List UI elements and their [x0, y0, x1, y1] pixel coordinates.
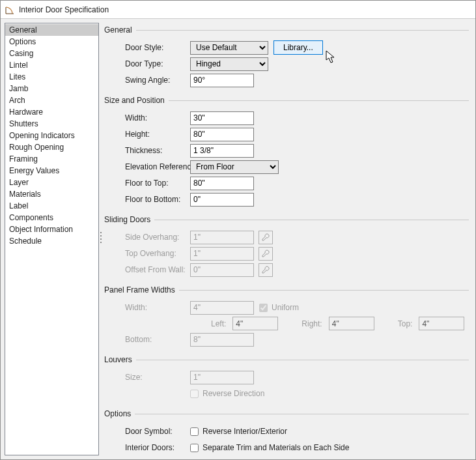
label-interior-doors: Interior Doors:: [104, 443, 190, 452]
splitter[interactable]: [99, 19, 103, 459]
row-door-type: Door Type: Hinged: [104, 57, 469, 71]
label-side-overhang: Side Overhang:: [104, 233, 190, 242]
reverse-ie-label: Reverse Interior/Exterior: [203, 427, 287, 436]
width-input[interactable]: [190, 111, 254, 125]
group-general: General Door Style: Use Default Library.…: [104, 25, 469, 89]
sidebar-item-shutters[interactable]: Shutters: [5, 118, 98, 130]
group-size-position: Size and Position Width: Height: Thickne…: [104, 96, 469, 208]
category-list[interactable]: GeneralOptionsCasingLintelLitesJambArchH…: [5, 23, 99, 455]
sidebar-item-layer[interactable]: Layer: [5, 177, 98, 188]
label-door-symbol: Door Symbol:: [104, 427, 190, 436]
door-type-select[interactable]: Hinged: [190, 57, 268, 71]
titlebar: Interior Door Specification: [1, 1, 475, 19]
separate-trim-label: Separate Trim and Materials on Each Side: [203, 443, 349, 452]
reverse-direction-checkbox: [190, 390, 199, 398]
label-floor-top: Floor to Top:: [104, 179, 190, 188]
label-swing-angle: Swing Angle:: [104, 76, 190, 85]
label-pf-width: Width:: [104, 303, 190, 312]
label-pf-right: Right:: [301, 319, 322, 328]
label-door-type: Door Type:: [104, 59, 190, 68]
row-swing-angle: Swing Angle:: [104, 73, 469, 87]
pf-width-input: [190, 301, 254, 315]
offset-from-wall-input: [190, 263, 254, 277]
label-floor-bottom: Floor to Bottom:: [104, 195, 190, 204]
top-overhang-input: [190, 247, 254, 261]
label-width: Width:: [104, 113, 190, 122]
group-sliding-doors: Sliding Doors Side Overhang: Top Overhan…: [104, 215, 469, 279]
swing-angle-input[interactable]: [190, 74, 254, 87]
sidebar-item-general[interactable]: General: [5, 24, 98, 36]
row-pf-lrt: Left: Right: Top:: [211, 317, 469, 330]
wrench-icon: [259, 247, 273, 261]
label-door-style: Door Style:: [104, 43, 190, 52]
sidebar-item-lintel[interactable]: Lintel: [5, 59, 98, 71]
door-arc-icon: [5, 5, 15, 15]
reverse-ie-checkbox[interactable]: [190, 427, 199, 436]
pf-bottom-input: [190, 333, 254, 347]
sidebar-item-jamb[interactable]: Jamb: [5, 83, 98, 94]
sidebar-item-framing[interactable]: Framing: [5, 153, 98, 165]
group-legend-general: General: [104, 25, 136, 35]
sidebar-item-object-information[interactable]: Object Information: [5, 223, 98, 235]
floor-to-bottom-input[interactable]: [190, 193, 254, 207]
label-louver-size: Size:: [104, 373, 190, 382]
sidebar-item-options[interactable]: Options: [5, 36, 98, 48]
label-elev-ref: Elevation Reference:: [104, 162, 190, 171]
separate-trim-wrap[interactable]: Separate Trim and Materials on Each Side: [190, 443, 349, 452]
louver-size-input: [190, 371, 254, 384]
library-button[interactable]: Library...: [273, 40, 323, 55]
sidebar-item-casing[interactable]: Casing: [5, 48, 98, 59]
label-height: Height:: [104, 130, 190, 139]
uniform-label: Uniform: [272, 303, 299, 312]
label-pf-top: Top:: [398, 319, 413, 328]
label-thickness: Thickness:: [104, 146, 190, 155]
group-louvers: Louvers Size: Reverse Direction: [104, 355, 469, 403]
label-pf-bottom: Bottom:: [104, 335, 190, 344]
sidebar-item-components[interactable]: Components: [5, 212, 98, 223]
pf-top-input: [419, 317, 464, 330]
reverse-ie-wrap[interactable]: Reverse Interior/Exterior: [190, 427, 287, 436]
separate-trim-checkbox[interactable]: [190, 444, 199, 452]
group-legend-sliding: Sliding Doors: [104, 215, 154, 224]
thickness-input[interactable]: [190, 144, 254, 158]
group-legend-options: Options: [104, 409, 135, 418]
label-pf-left: Left:: [211, 319, 226, 328]
sidebar-item-label[interactable]: Label: [5, 200, 98, 212]
dialog-window: Interior Door Specification GeneralOptio…: [0, 0, 476, 460]
sidebar-item-hardware[interactable]: Hardware: [5, 106, 98, 118]
label-offset-wall: Offset From Wall:: [104, 265, 190, 274]
sidebar-item-arch[interactable]: Arch: [5, 94, 98, 106]
dialog-body: GeneralOptionsCasingLintelLitesJambArchH…: [1, 19, 475, 459]
pf-left-input: [232, 317, 278, 330]
sidebar-item-energy-values[interactable]: Energy Values: [5, 165, 98, 177]
side-overhang-input: [190, 231, 254, 244]
height-input[interactable]: [190, 128, 254, 141]
wrench-icon: [259, 231, 273, 244]
floor-to-top-input[interactable]: [190, 177, 254, 190]
sidebar-item-opening-indicators[interactable]: Opening Indicators: [5, 130, 98, 141]
sidebar-item-lites[interactable]: Lites: [5, 71, 98, 83]
uniform-checkbox-wrap: Uniform: [259, 303, 299, 312]
window-title: Interior Door Specification: [19, 5, 109, 14]
label-top-overhang: Top Overhang:: [104, 249, 190, 258]
group-panel-frame: Panel Frame Widths Width: Uniform Left: …: [104, 285, 469, 349]
wrench-icon: [259, 263, 273, 277]
elevation-reference-select[interactable]: From Floor: [190, 160, 279, 174]
pf-right-input: [329, 317, 374, 330]
reverse-direction-wrap: Reverse Direction: [190, 389, 264, 398]
group-legend-panel: Panel Frame Widths: [104, 285, 179, 295]
door-style-select[interactable]: Use Default: [190, 41, 268, 55]
group-legend-size: Size and Position: [104, 96, 169, 105]
properties-panel: General Door Style: Use Default Library.…: [103, 19, 475, 459]
group-legend-louvers: Louvers: [104, 355, 136, 364]
reverse-direction-label: Reverse Direction: [203, 389, 264, 398]
uniform-checkbox: [259, 304, 268, 312]
group-options: Options Door Symbol: Reverse Interior/Ex…: [104, 409, 469, 457]
sidebar-item-rough-opening[interactable]: Rough Opening: [5, 141, 98, 153]
splitter-grip-icon: [100, 230, 102, 248]
sidebar-item-schedule[interactable]: Schedule: [5, 235, 98, 247]
row-door-style: Door Style: Use Default Library...: [104, 40, 469, 55]
sidebar-item-materials[interactable]: Materials: [5, 188, 98, 200]
